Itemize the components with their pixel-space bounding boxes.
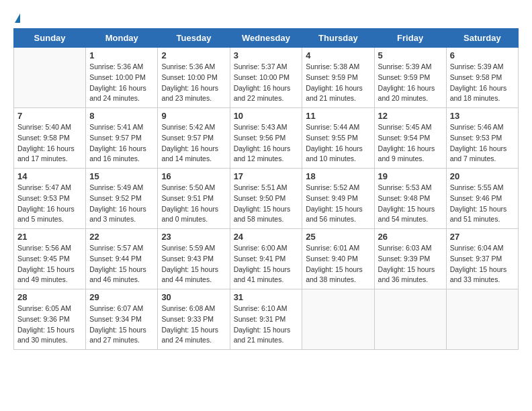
calendar-cell: 2Sunrise: 5:36 AM Sunset: 10:00 PM Dayli…: [158, 48, 230, 108]
day-info: Sunrise: 5:56 AM Sunset: 9:45 PM Dayligh…: [17, 243, 82, 285]
calendar-cell: 14Sunrise: 5:47 AM Sunset: 9:53 PM Dayli…: [14, 169, 86, 229]
calendar-cell: 8Sunrise: 5:41 AM Sunset: 9:57 PM Daylig…: [86, 108, 158, 169]
day-number: 14: [17, 171, 82, 181]
day-info: Sunrise: 5:57 AM Sunset: 9:44 PM Dayligh…: [89, 243, 154, 285]
day-info: Sunrise: 5:51 AM Sunset: 9:50 PM Dayligh…: [234, 183, 299, 225]
calendar-cell: 28Sunrise: 6:05 AM Sunset: 9:36 PM Dayli…: [14, 289, 86, 350]
day-info: Sunrise: 5:44 AM Sunset: 9:55 PM Dayligh…: [306, 122, 370, 165]
calendar-cell: 23Sunrise: 5:59 AM Sunset: 9:43 PM Dayli…: [158, 229, 230, 289]
calendar-cell: 10Sunrise: 5:43 AM Sunset: 9:56 PM Dayli…: [230, 108, 302, 169]
calendar-cell: 1Sunrise: 5:36 AM Sunset: 10:00 PM Dayli…: [86, 48, 158, 108]
header: [13, 13, 519, 23]
day-number: 13: [450, 111, 515, 121]
day-number: 6: [450, 50, 515, 60]
calendar-cell: 5Sunrise: 5:39 AM Sunset: 9:59 PM Daylig…: [374, 48, 446, 108]
day-number: 24: [234, 232, 299, 242]
calendar-cell: 21Sunrise: 5:56 AM Sunset: 9:45 PM Dayli…: [14, 229, 86, 289]
calendar-cell: 19Sunrise: 5:53 AM Sunset: 9:48 PM Dayli…: [374, 169, 446, 229]
day-info: Sunrise: 6:04 AM Sunset: 9:37 PM Dayligh…: [450, 243, 515, 285]
calendar-cell: 24Sunrise: 6:00 AM Sunset: 9:41 PM Dayli…: [230, 229, 302, 289]
calendar-cell: 25Sunrise: 6:01 AM Sunset: 9:40 PM Dayli…: [302, 229, 374, 289]
day-info: Sunrise: 5:38 AM Sunset: 9:59 PM Dayligh…: [306, 62, 370, 104]
day-info: Sunrise: 5:40 AM Sunset: 9:58 PM Dayligh…: [17, 122, 82, 165]
calendar-cell: 22Sunrise: 5:57 AM Sunset: 9:44 PM Dayli…: [86, 229, 158, 289]
calendar-cell: [302, 289, 374, 350]
day-number: 15: [89, 171, 154, 181]
column-header-thursday: Thursday: [302, 29, 374, 48]
day-info: Sunrise: 6:08 AM Sunset: 9:33 PM Dayligh…: [161, 304, 226, 346]
day-info: Sunrise: 6:00 AM Sunset: 9:41 PM Dayligh…: [234, 243, 299, 285]
calendar-cell: [14, 48, 86, 108]
calendar-cell: 4Sunrise: 5:38 AM Sunset: 9:59 PM Daylig…: [302, 48, 374, 108]
day-number: 7: [17, 111, 82, 121]
day-number: 23: [161, 232, 226, 242]
column-header-friday: Friday: [374, 29, 446, 48]
day-number: 5: [378, 50, 443, 60]
day-info: Sunrise: 5:47 AM Sunset: 9:53 PM Dayligh…: [17, 183, 82, 225]
column-header-wednesday: Wednesday: [230, 29, 302, 48]
day-info: Sunrise: 5:39 AM Sunset: 9:59 PM Dayligh…: [378, 62, 443, 104]
day-number: 16: [161, 171, 226, 181]
calendar-cell: 15Sunrise: 5:49 AM Sunset: 9:52 PM Dayli…: [86, 169, 158, 229]
day-number: 31: [234, 292, 299, 302]
week-row-4: 21Sunrise: 5:56 AM Sunset: 9:45 PM Dayli…: [14, 229, 519, 289]
day-number: 27: [450, 232, 515, 242]
day-number: 10: [234, 111, 299, 121]
calendar-cell: 17Sunrise: 5:51 AM Sunset: 9:50 PM Dayli…: [230, 169, 302, 229]
calendar-cell: 26Sunrise: 6:03 AM Sunset: 9:39 PM Dayli…: [374, 229, 446, 289]
column-header-sunday: Sunday: [14, 29, 86, 48]
day-number: 4: [306, 50, 370, 60]
day-info: Sunrise: 5:59 AM Sunset: 9:43 PM Dayligh…: [161, 243, 226, 285]
week-row-1: 1Sunrise: 5:36 AM Sunset: 10:00 PM Dayli…: [14, 48, 519, 108]
calendar-cell: 13Sunrise: 5:46 AM Sunset: 9:53 PM Dayli…: [446, 108, 518, 169]
day-number: 19: [378, 171, 443, 181]
day-number: 1: [89, 50, 154, 60]
day-number: 8: [89, 111, 154, 121]
day-info: Sunrise: 5:55 AM Sunset: 9:46 PM Dayligh…: [450, 183, 515, 225]
calendar-cell: 30Sunrise: 6:08 AM Sunset: 9:33 PM Dayli…: [158, 289, 230, 350]
day-number: 22: [89, 232, 154, 242]
day-info: Sunrise: 5:45 AM Sunset: 9:54 PM Dayligh…: [378, 122, 443, 165]
calendar-cell: 7Sunrise: 5:40 AM Sunset: 9:58 PM Daylig…: [14, 108, 86, 169]
day-info: Sunrise: 5:37 AM Sunset: 10:00 PM Daylig…: [234, 62, 299, 104]
day-number: 26: [378, 232, 443, 242]
day-number: 25: [306, 232, 370, 242]
calendar-cell: 11Sunrise: 5:44 AM Sunset: 9:55 PM Dayli…: [302, 108, 374, 169]
calendar-cell: 18Sunrise: 5:52 AM Sunset: 9:49 PM Dayli…: [302, 169, 374, 229]
calendar-cell: [446, 289, 518, 350]
day-info: Sunrise: 6:07 AM Sunset: 9:34 PM Dayligh…: [89, 304, 154, 346]
week-row-3: 14Sunrise: 5:47 AM Sunset: 9:53 PM Dayli…: [14, 169, 519, 229]
day-info: Sunrise: 5:36 AM Sunset: 10:00 PM Daylig…: [89, 62, 154, 104]
day-info: Sunrise: 5:52 AM Sunset: 9:49 PM Dayligh…: [306, 183, 370, 225]
day-number: 17: [234, 171, 299, 181]
week-row-2: 7Sunrise: 5:40 AM Sunset: 9:58 PM Daylig…: [14, 108, 519, 169]
calendar-header-row: SundayMondayTuesdayWednesdayThursdayFrid…: [14, 29, 519, 48]
day-info: Sunrise: 5:39 AM Sunset: 9:58 PM Dayligh…: [450, 62, 515, 104]
column-header-monday: Monday: [86, 29, 158, 48]
day-number: 2: [161, 50, 226, 60]
column-header-tuesday: Tuesday: [158, 29, 230, 48]
day-info: Sunrise: 5:53 AM Sunset: 9:48 PM Dayligh…: [378, 183, 443, 225]
calendar-table: SundayMondayTuesdayWednesdayThursdayFrid…: [13, 28, 519, 350]
day-number: 12: [378, 111, 443, 121]
calendar-cell: 6Sunrise: 5:39 AM Sunset: 9:58 PM Daylig…: [446, 48, 518, 108]
day-number: 20: [450, 171, 515, 181]
day-number: 9: [161, 111, 226, 121]
day-info: Sunrise: 5:49 AM Sunset: 9:52 PM Dayligh…: [89, 183, 154, 225]
week-row-5: 28Sunrise: 6:05 AM Sunset: 9:36 PM Dayli…: [14, 289, 519, 350]
calendar-cell: 20Sunrise: 5:55 AM Sunset: 9:46 PM Dayli…: [446, 169, 518, 229]
calendar-cell: 9Sunrise: 5:42 AM Sunset: 9:57 PM Daylig…: [158, 108, 230, 169]
calendar-cell: 31Sunrise: 6:10 AM Sunset: 9:31 PM Dayli…: [230, 289, 302, 350]
day-info: Sunrise: 6:05 AM Sunset: 9:36 PM Dayligh…: [17, 304, 82, 346]
day-number: 21: [17, 232, 82, 242]
day-info: Sunrise: 5:50 AM Sunset: 9:51 PM Dayligh…: [161, 183, 226, 225]
day-info: Sunrise: 6:01 AM Sunset: 9:40 PM Dayligh…: [306, 243, 370, 285]
calendar-body: 1Sunrise: 5:36 AM Sunset: 10:00 PM Dayli…: [14, 48, 519, 350]
day-number: 28: [17, 292, 82, 302]
calendar-cell: 12Sunrise: 5:45 AM Sunset: 9:54 PM Dayli…: [374, 108, 446, 169]
calendar-cell: 3Sunrise: 5:37 AM Sunset: 10:00 PM Dayli…: [230, 48, 302, 108]
calendar-cell: 16Sunrise: 5:50 AM Sunset: 9:51 PM Dayli…: [158, 169, 230, 229]
calendar-cell: 29Sunrise: 6:07 AM Sunset: 9:34 PM Dayli…: [86, 289, 158, 350]
day-info: Sunrise: 6:10 AM Sunset: 9:31 PM Dayligh…: [234, 304, 299, 346]
calendar-cell: [374, 289, 446, 350]
